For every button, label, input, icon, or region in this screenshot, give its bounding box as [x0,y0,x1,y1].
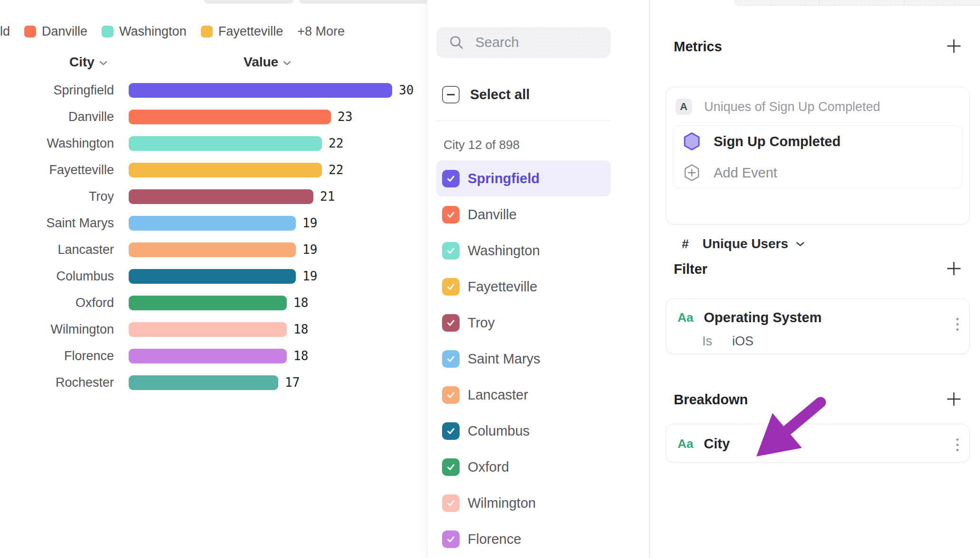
city-checkbox[interactable] [442,242,460,260]
city-list-item[interactable]: Troy [436,305,611,341]
filter-card[interactable]: Aa Operating System Is iOS [666,298,970,354]
string-type-icon: Aa [678,310,693,325]
chart-legend: ld DanvilleWashingtonFayetteville +8 Mor… [0,24,345,39]
formula-badge: A [676,99,692,115]
city-label: Columbus [468,423,530,439]
city-checkbox[interactable] [442,458,460,476]
bar[interactable] [129,375,278,390]
add-event-label: Add Event [714,165,777,181]
city-breakdown-dropdown: Search Select all City 12 of 898 Springf… [427,0,649,558]
segmented-control-stub[interactable] [735,0,980,6]
breakdown-card[interactable]: Aa City [666,424,970,463]
bar[interactable] [129,136,322,151]
bar[interactable] [129,322,287,337]
number-type-icon: # [682,237,688,251]
bar-chart-row: Springfield 30 [0,77,427,103]
bar[interactable] [129,189,313,204]
filter-condition[interactable]: Is iOS [702,334,754,349]
city-checkbox[interactable] [442,494,460,512]
legend-item[interactable]: Washington [102,24,187,39]
aggregation-label: Unique Users [702,236,788,251]
city-list-item[interactable]: Danville [436,196,611,232]
bar[interactable] [129,83,392,98]
bar[interactable] [129,110,331,124]
city-checkbox[interactable] [442,278,460,296]
legend-item[interactable]: Fayetteville [201,24,283,39]
city-list-item[interactable]: Springfield [436,160,611,196]
city-list-item[interactable]: Saint Marys [436,341,611,377]
bar-chart-row: Troy 21 [0,183,427,210]
search-input[interactable]: Search [436,27,611,58]
city-list-item[interactable]: Oxford [436,449,611,485]
city-list-item[interactable]: Wilmington [436,485,611,521]
metric-summary: Uniques of Sign Up Completed [704,100,880,114]
city-list-item[interactable]: Columbus [436,413,611,449]
column-header-city[interactable]: City [69,55,107,70]
column-header-value[interactable]: Value [244,55,291,70]
city-checkbox[interactable] [442,206,460,223]
event-hexagon-icon [683,132,700,151]
city-label: Saint Marys [468,351,540,367]
city-list-item[interactable]: Fayetteville [436,269,611,305]
check-icon [446,174,456,184]
city-checkbox[interactable] [442,350,460,368]
bar-value-label: 22 [329,136,343,150]
add-event-row[interactable]: Add Event [673,157,962,188]
city-label: Danville [468,207,517,223]
breakdown-section-title: Breakdown [674,392,748,408]
bar-chart-row: Fayetteville 22 [0,157,427,183]
check-icon [446,318,456,328]
search-placeholder: Search [475,35,519,50]
city-checkbox[interactable] [442,170,460,187]
city-checkbox-list: Springfield Danville Washington Fayettev… [436,160,611,557]
city-list-item[interactable]: Florence [436,521,611,557]
city-checkbox[interactable] [442,530,460,548]
city-label: Fayetteville [468,279,537,295]
bar[interactable] [129,242,296,257]
city-list-item[interactable]: Lancaster [436,377,611,413]
filter-operator: Is [702,334,712,349]
search-icon [449,35,465,51]
legend-swatch [201,26,213,37]
legend-item[interactable]: Danville [24,24,87,39]
city-label: Wilmington [468,495,536,511]
query-builder-sidebar: Metrics A Uniques of Sign Up Completed S… [649,0,980,558]
breakdown-menu-button[interactable] [956,438,959,451]
bar-category-label: Fayetteville [0,163,114,177]
legend-label: Danville [42,24,87,39]
bar[interactable] [129,349,287,363]
aggregation-selector[interactable]: # Unique Users [682,236,805,251]
event-group-card: Sign Up Completed Add Event [673,125,962,188]
check-icon [446,462,456,472]
legend-label: Washington [119,24,187,39]
select-all-row[interactable]: Select all [442,86,530,103]
add-filter-button[interactable] [946,260,962,277]
bar[interactable] [129,296,287,310]
city-checkbox[interactable] [442,386,460,404]
city-checkbox[interactable] [442,314,460,332]
city-list-item[interactable]: Washington [436,232,611,269]
chevron-down-icon [99,61,107,65]
bar-value-label: 22 [329,163,343,177]
filter-menu-button[interactable] [956,318,959,331]
bar-value-label: 18 [293,296,308,310]
metric-card[interactable]: A Uniques of Sign Up Completed Sign Up C… [666,87,970,224]
select-all-checkbox[interactable] [442,86,460,103]
city-label: Troy [468,315,495,331]
breakdown-property: City [704,436,730,452]
add-event-hexagon-icon [683,163,700,182]
check-icon [446,498,456,508]
add-metric-button[interactable] [946,38,962,54]
bar[interactable] [129,163,322,177]
city-label: Oxford [468,459,509,475]
event-row[interactable]: Sign Up Completed [673,126,962,157]
legend-more-label[interactable]: +8 More [297,24,345,39]
add-breakdown-button[interactable] [946,391,962,407]
city-checkbox[interactable] [442,422,460,440]
bar-value-label: 30 [399,83,414,97]
legend-swatch [24,26,36,37]
bar[interactable] [129,216,296,231]
bar-chart-row: Washington 22 [0,130,427,157]
bar[interactable] [129,269,296,284]
city-label: Lancaster [468,387,528,403]
